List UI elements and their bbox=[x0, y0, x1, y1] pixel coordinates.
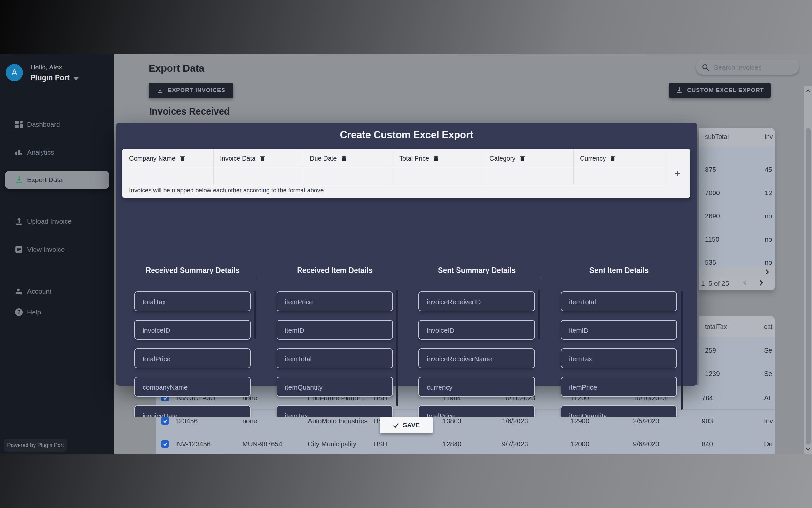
draggable-field[interactable]: itemTax bbox=[277, 405, 393, 417]
field-list-received-summary: totalTax invoiceID totalPrice companyNam… bbox=[129, 281, 263, 417]
cell: 45 bbox=[765, 166, 772, 173]
scroll-right-icon[interactable] bbox=[765, 269, 769, 274]
draggable-field[interactable]: itemPrice bbox=[277, 291, 393, 311]
draggable-field[interactable]: itemTotal bbox=[277, 348, 393, 368]
help-icon: ? bbox=[15, 308, 23, 316]
sidebar-item-label: Export Data bbox=[27, 176, 63, 184]
trash-icon[interactable] bbox=[520, 156, 525, 161]
horizontal-scrollbar[interactable] bbox=[699, 267, 775, 277]
cell: Se bbox=[764, 370, 772, 378]
column-header: subTotal bbox=[705, 133, 729, 140]
draggable-field[interactable]: currency bbox=[419, 377, 535, 397]
row-checkbox[interactable] bbox=[161, 440, 169, 448]
field-list-received-item: itemPrice itemID itemTotal itemQuantity … bbox=[271, 281, 405, 417]
draggable-field[interactable]: totalTax bbox=[134, 291, 251, 311]
previous-page-icon[interactable] bbox=[743, 280, 747, 286]
sidebar-item-label: Account bbox=[27, 288, 51, 295]
org-switcher[interactable]: Plugin Port bbox=[30, 74, 70, 82]
draggable-field[interactable]: totalPrice bbox=[134, 348, 251, 368]
export-invoices-button[interactable]: EXPORT INVOICES bbox=[149, 83, 233, 98]
draggable-field[interactable]: itemPrice bbox=[561, 377, 677, 397]
search-input[interactable] bbox=[713, 64, 791, 72]
cell: 12 bbox=[765, 189, 772, 197]
format-column: Company Name bbox=[123, 149, 213, 185]
scrollbar-thumb[interactable] bbox=[806, 128, 811, 444]
list-scrollbar-thumb[interactable] bbox=[396, 290, 398, 406]
sidebar-item-help[interactable]: ? Help bbox=[0, 304, 114, 320]
desktop-backdrop: A Hello, Alex Plugin Port Dashboard Anal… bbox=[0, 0, 812, 508]
sidebar-item-label: Dashboard bbox=[27, 121, 60, 128]
cell: City Municipality bbox=[308, 440, 356, 448]
download-icon bbox=[676, 87, 682, 94]
format-column-label: Category bbox=[489, 155, 515, 162]
add-column-button[interactable]: + bbox=[666, 149, 690, 198]
custom-excel-export-button[interactable]: CUSTOM EXCEL EXPORT bbox=[669, 83, 771, 98]
cell: none bbox=[242, 417, 257, 425]
cell: INV-123456 bbox=[175, 440, 211, 448]
powered-by-badge: Powered by Plugin Port bbox=[4, 439, 67, 452]
draggable-field[interactable]: invoiceID bbox=[134, 320, 251, 340]
list-scrollbar-thumb[interactable] bbox=[681, 291, 682, 410]
next-page-icon[interactable] bbox=[759, 280, 764, 286]
group-underline bbox=[413, 278, 540, 278]
trash-icon[interactable] bbox=[434, 156, 438, 161]
format-column-label: Invoice Data bbox=[220, 155, 255, 162]
draggable-field[interactable]: itemTax bbox=[561, 348, 677, 368]
sidebar-item-label: View Invoice bbox=[27, 246, 65, 253]
format-column: Total Price bbox=[393, 149, 483, 185]
panel-divider bbox=[123, 168, 666, 168]
page-title: Export Data bbox=[149, 63, 204, 74]
scroll-up-icon[interactable] bbox=[806, 89, 810, 92]
draggable-field[interactable]: itemID bbox=[561, 320, 677, 340]
list-scrollbar-thumb[interactable] bbox=[254, 291, 256, 339]
chevron-down-icon[interactable] bbox=[74, 77, 79, 80]
avatar[interactable]: A bbox=[6, 64, 23, 81]
cell: 2690 bbox=[705, 212, 720, 220]
field-list-sent-item: itemTotal itemID itemTax itemPrice itemQ… bbox=[555, 281, 689, 417]
cell: no bbox=[765, 236, 772, 243]
draggable-field[interactable]: invoiceDate bbox=[134, 405, 251, 417]
format-column-label: Due Date bbox=[310, 155, 337, 162]
cell: 13803 bbox=[443, 417, 461, 425]
draggable-field[interactable]: invoiceReceiverID bbox=[419, 291, 535, 311]
sidebar-item-export-data[interactable]: Export Data bbox=[0, 172, 114, 188]
sent-table-card-sliver: totalTax cat 259 Se 1239 Se bbox=[699, 316, 775, 385]
save-button[interactable]: SAVE bbox=[380, 417, 433, 433]
group-underline bbox=[271, 278, 399, 278]
list-scrollbar-thumb[interactable] bbox=[538, 290, 540, 339]
draggable-field[interactable]: itemTotal bbox=[561, 291, 677, 311]
group-underline bbox=[555, 278, 683, 278]
sidebar-item-dashboard[interactable]: Dashboard bbox=[0, 117, 114, 132]
group-title: Sent Item Details bbox=[555, 266, 683, 275]
cell: 1239 bbox=[705, 370, 720, 378]
avatar-letter: A bbox=[11, 68, 17, 78]
section-title: Invoices Received bbox=[149, 106, 230, 117]
mapping-note: Invoices will be mapped below each other… bbox=[129, 187, 326, 194]
cell: 784 bbox=[702, 394, 713, 402]
vertical-scrollbar[interactable] bbox=[804, 86, 812, 454]
column-header: totalTax bbox=[705, 323, 727, 331]
trash-icon[interactable] bbox=[180, 156, 185, 161]
draggable-field[interactable]: invoiceReceiverName bbox=[419, 348, 535, 368]
trash-icon[interactable] bbox=[342, 156, 346, 161]
sidebar-item-analytics[interactable]: Analytics bbox=[0, 144, 114, 160]
trash-icon[interactable] bbox=[611, 156, 615, 161]
draggable-field[interactable]: companyName bbox=[134, 377, 251, 397]
group-title: Received Summary Details bbox=[129, 266, 256, 275]
draggable-field[interactable]: itemQuantity bbox=[277, 377, 393, 397]
format-column: Invoice Data bbox=[213, 149, 303, 185]
scroll-down-icon[interactable] bbox=[806, 448, 810, 451]
sidebar-item-view-invoice[interactable]: View Invoice bbox=[0, 242, 114, 257]
draggable-field[interactable]: itemID bbox=[277, 320, 393, 340]
analytics-icon bbox=[15, 148, 23, 157]
received-table-card: subTotal inv 875 45 7000 12 2690 no 1150… bbox=[699, 128, 775, 291]
draggable-field[interactable]: itemQuantity bbox=[561, 405, 677, 417]
sidebar-item-upload-invoice[interactable]: Upload Invoice bbox=[0, 213, 114, 229]
sidebar-item-account[interactable]: Account bbox=[0, 284, 114, 299]
trash-icon[interactable] bbox=[260, 156, 265, 161]
cell: 875 bbox=[705, 166, 716, 173]
draggable-field[interactable]: totalPrice bbox=[419, 405, 535, 417]
row-checkbox[interactable] bbox=[161, 417, 169, 424]
cell: 12900 bbox=[571, 417, 589, 425]
draggable-field[interactable]: invoiceID bbox=[419, 320, 535, 340]
